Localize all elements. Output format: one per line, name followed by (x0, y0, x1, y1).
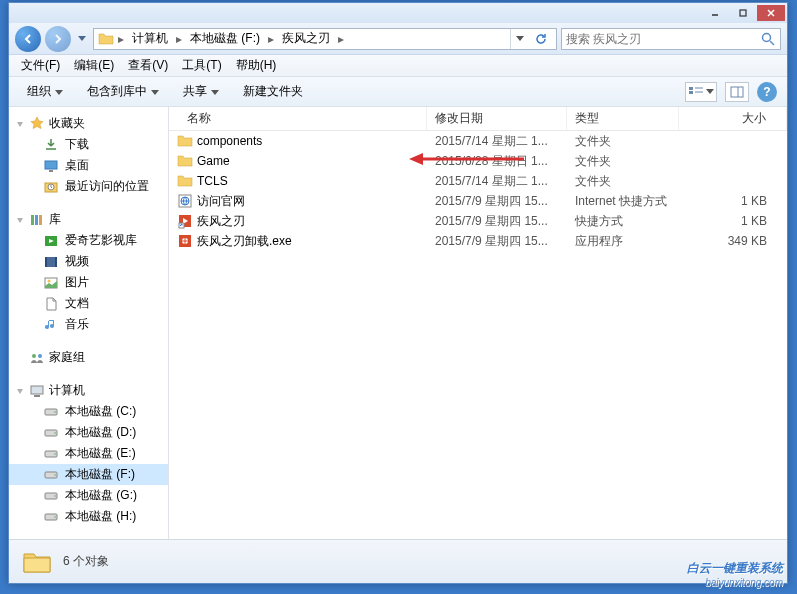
svg-rect-10 (731, 87, 743, 97)
refresh-button[interactable] (530, 28, 552, 50)
sidebar-item-label: 爱奇艺影视库 (65, 232, 137, 249)
file-date: 2015/7/9 星期四 15... (427, 233, 567, 250)
file-type: 文件夹 (567, 173, 679, 190)
watermark: 白云一键重装系统 baiyunxitong.com (687, 560, 783, 588)
menu-file[interactable]: 文件(F) (15, 55, 66, 76)
file-row[interactable]: components2015/7/14 星期二 1...文件夹 (169, 131, 787, 151)
file-row[interactable]: TCLS2015/7/14 星期二 1...文件夹 (169, 171, 787, 191)
sidebar-item-drive-c[interactable]: 本地磁盘 (C:) (9, 401, 168, 422)
svg-rect-27 (31, 386, 43, 394)
svg-rect-17 (35, 215, 38, 225)
file-name: TCLS (197, 174, 228, 188)
sidebar-item-music[interactable]: 音乐 (9, 314, 168, 335)
sidebar-item-label: 本地磁盘 (C:) (65, 403, 136, 420)
view-mode-button[interactable] (685, 82, 717, 102)
search-icon[interactable] (760, 31, 776, 47)
file-name: 访问官网 (197, 193, 245, 210)
address-dropdown[interactable] (510, 29, 528, 49)
sidebar-item-iqiyi[interactable]: 爱奇艺影视库 (9, 230, 168, 251)
breadcrumb[interactable]: 本地磁盘 (F:) (186, 28, 264, 49)
sidebar-favorites-header[interactable]: 收藏夹 (9, 113, 168, 134)
breadcrumb[interactable]: 疾风之刃 (278, 28, 334, 49)
video-icon (43, 233, 59, 249)
menu-edit[interactable]: 编辑(E) (68, 55, 120, 76)
sidebar-item-label: 文档 (65, 295, 89, 312)
svg-point-40 (54, 516, 56, 518)
sidebar-item-documents[interactable]: 文档 (9, 293, 168, 314)
file-row[interactable]: 疾风之刃卸载.exe2015/7/9 星期四 15...应用程序349 KB (169, 231, 787, 251)
chevron-down-icon (211, 88, 219, 96)
sidebar-item-drive-d[interactable]: 本地磁盘 (D:) (9, 422, 168, 443)
breadcrumb[interactable]: 计算机 (128, 28, 172, 49)
file-icon (177, 153, 193, 169)
file-name: components (197, 134, 262, 148)
maximize-button[interactable] (729, 5, 757, 21)
sidebar-item-label: 音乐 (65, 316, 89, 333)
column-date[interactable]: 修改日期 (427, 107, 567, 130)
picture-icon (43, 275, 59, 291)
help-button[interactable]: ? (757, 82, 777, 102)
status-bar: 6 个对象 (9, 539, 787, 583)
sidebar-label: 库 (49, 211, 61, 228)
chevron-down-icon (151, 88, 159, 96)
sidebar-item-drive-e[interactable]: 本地磁盘 (E:) (9, 443, 168, 464)
file-row[interactable]: 访问官网2015/7/9 星期四 15...Internet 快捷方式1 KB (169, 191, 787, 211)
search-input[interactable] (566, 32, 760, 46)
minimize-button[interactable] (701, 5, 729, 21)
column-type[interactable]: 类型 (567, 107, 679, 130)
include-library-button[interactable]: 包含到库中 (79, 79, 167, 104)
star-icon (29, 116, 45, 132)
collapse-icon (15, 215, 25, 225)
svg-rect-12 (45, 161, 57, 169)
folder-icon (21, 546, 53, 578)
menu-tools[interactable]: 工具(T) (176, 55, 227, 76)
forward-button[interactable] (45, 26, 71, 52)
svg-point-26 (38, 354, 42, 358)
watermark-url: baiyunxitong.com (687, 577, 783, 588)
sidebar-item-label: 本地磁盘 (F:) (65, 466, 135, 483)
svg-rect-13 (49, 170, 53, 172)
back-button[interactable] (15, 26, 41, 52)
svg-line-5 (770, 41, 774, 45)
file-type: 快捷方式 (567, 213, 679, 230)
search-box[interactable] (561, 28, 781, 50)
address-bar[interactable]: ▸ 计算机 ▸ 本地磁盘 (F:) ▸ 疾风之刃 ▸ (93, 28, 557, 50)
breadcrumb-separator-icon: ▸ (266, 32, 276, 46)
sidebar-item-videos[interactable]: 视频 (9, 251, 168, 272)
share-button[interactable]: 共享 (175, 79, 227, 104)
file-list[interactable]: components2015/7/14 星期二 1...文件夹Game2015/… (169, 131, 787, 539)
new-folder-button[interactable]: 新建文件夹 (235, 79, 311, 104)
sidebar-item-drive-g[interactable]: 本地磁盘 (G:) (9, 485, 168, 506)
preview-pane-button[interactable] (725, 82, 749, 102)
file-row[interactable]: Game2015/6/28 星期日 1...文件夹 (169, 151, 787, 171)
drive-icon (43, 425, 59, 441)
sidebar-computer-header[interactable]: 计算机 (9, 380, 168, 401)
sidebar-libraries-header[interactable]: 库 (9, 209, 168, 230)
sidebar-item-label: 本地磁盘 (G:) (65, 487, 137, 504)
navbar: ▸ 计算机 ▸ 本地磁盘 (F:) ▸ 疾风之刃 ▸ (9, 23, 787, 55)
menu-view[interactable]: 查看(V) (122, 55, 174, 76)
navigation-pane[interactable]: 收藏夹 下载 桌面 最近访问的位置 库 爱奇艺影视库 视频 图片 文档 音乐 (9, 107, 169, 539)
file-type: Internet 快捷方式 (567, 193, 679, 210)
close-button[interactable] (757, 5, 785, 21)
sidebar-item-drive-f[interactable]: 本地磁盘 (F:) (9, 464, 168, 485)
sidebar-item-downloads[interactable]: 下载 (9, 134, 168, 155)
explorer-window: ▸ 计算机 ▸ 本地磁盘 (F:) ▸ 疾风之刃 ▸ 文件(F) 编辑(E) 查… (8, 2, 788, 584)
svg-point-4 (763, 33, 771, 41)
sidebar-item-label: 最近访问的位置 (65, 178, 149, 195)
sidebar-item-recent[interactable]: 最近访问的位置 (9, 176, 168, 197)
column-size[interactable]: 大小 (679, 107, 787, 130)
column-name[interactable]: 名称 (169, 107, 427, 130)
menu-help[interactable]: 帮助(H) (230, 55, 283, 76)
sidebar-homegroup-header[interactable]: 家庭组 (9, 347, 168, 368)
recent-icon (43, 179, 59, 195)
document-icon (43, 296, 59, 312)
sidebar-item-desktop[interactable]: 桌面 (9, 155, 168, 176)
sidebar-item-drive-h[interactable]: 本地磁盘 (H:) (9, 506, 168, 527)
history-dropdown[interactable] (75, 26, 89, 52)
drive-icon (43, 467, 59, 483)
organize-button[interactable]: 组织 (19, 79, 71, 104)
file-row[interactable]: 疾风之刃2015/7/9 星期四 15...快捷方式1 KB (169, 211, 787, 231)
sidebar-label: 收藏夹 (49, 115, 85, 132)
sidebar-item-pictures[interactable]: 图片 (9, 272, 168, 293)
